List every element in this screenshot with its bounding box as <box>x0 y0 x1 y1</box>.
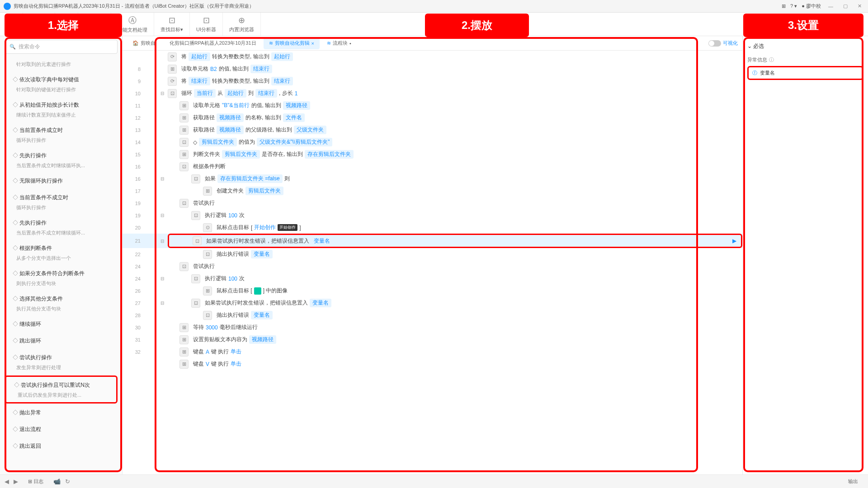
apps-icon[interactable]: ⊞ <box>782 3 786 9</box>
sidebar-command-item[interactable]: 跳出循环 <box>5 333 118 349</box>
ui-analyzer-button[interactable]: ⊡UI分析器 <box>190 13 223 36</box>
video-icon[interactable]: 📹 <box>53 478 61 485</box>
output-tab[interactable]: 输出 <box>843 476 863 487</box>
minimize-button[interactable]: — <box>826 4 836 9</box>
search-input[interactable]: 搜索命令 <box>5 40 118 54</box>
info-icon[interactable]: ⓘ <box>769 56 774 63</box>
code-line[interactable]: 32⊞键盘A键 执行单击 <box>123 346 742 358</box>
code-line[interactable]: 19⊟⊡执行逻辑100次 <box>123 209 742 221</box>
block-type-icon: ⊡ <box>193 236 202 245</box>
block-type-icon: ⊞ <box>203 286 212 296</box>
visual-toggle[interactable]: 可视化 <box>708 40 738 47</box>
toolbar: ◯停止 🕐时间线 ▾ ⊡录制 ⊞数据抓取 Ⓐ智能文档处理 ⊡查找目标▾ ⊡UI分… <box>0 13 868 36</box>
sidebar-command-item[interactable]: 跳出返回 <box>5 438 118 455</box>
code-line[interactable]: 24⊟⊡执行逻辑100次 <box>123 272 742 285</box>
sidebar-command-item[interactable]: 无限循环执行操作 <box>5 173 118 189</box>
code-line[interactable]: 16⊟⊡如果存在剪辑后文件夹 =false则 <box>123 173 742 185</box>
user-label[interactable]: ● 廖中校 <box>802 3 821 9</box>
code-line[interactable]: 9⟳将结束行转换为整数类型, 输出到结束行 <box>123 75 742 87</box>
sidebar-command-item[interactable]: 退出流程 <box>5 421 118 438</box>
log-tab[interactable]: ⊞ 日志 <box>23 476 49 487</box>
code-line[interactable]: ⊞键盘V键 执行单击 <box>123 358 742 370</box>
close-button[interactable]: ✕ <box>855 3 864 9</box>
code-line[interactable]: 14⊡◇剪辑后文件夹的值为父级文件夹&"\\剪辑后文件夹" <box>123 136 742 148</box>
code-line[interactable]: 24⊡尝试执行 <box>123 260 742 272</box>
props-field-variable[interactable]: ⓕ 变量名 <box>747 66 863 80</box>
sidebar-command-item[interactable]: 先执行操作当后置条件成立时继续循环执... <box>5 147 118 173</box>
code-line[interactable]: ⟳将起始行转换为整数类型, 输出到起始行 <box>123 51 742 63</box>
block-type-icon: ⊡ <box>179 138 189 147</box>
code-line[interactable]: 13⊞获取路径视频路径的父级路径, 输出到父级文件夹 <box>123 124 742 136</box>
code-line[interactable]: 8⊞读取单元格B2的值, 输出到结束行 <box>123 63 742 75</box>
code-line[interactable]: 31⊞设置剪贴板文本内容为视频路径 <box>123 333 742 346</box>
tab-block[interactable]: ≋流程块 • <box>321 37 357 49</box>
browser-button[interactable]: ⊕内置浏览器 <box>223 13 261 36</box>
block-type-icon: ⊞ <box>203 187 212 196</box>
sidebar-command-item[interactable]: 依次读取字典中每对键值针对取到的键值对进行操作 <box>5 71 118 97</box>
refresh-icon[interactable]: ↻ <box>65 478 70 485</box>
titlebar-text: 剪映自动化剪辑口播RPA机器人2023年10月31日 - 流程创造者（UiBot… <box>14 3 782 9</box>
sidebar-command-item[interactable]: 选择其他分支条件执行其他分支语句块 <box>5 291 118 316</box>
record-button[interactable]: ⊡录制 <box>55 13 78 36</box>
code-line[interactable]: 10⊟⊡循环当前行从起始行到结束行, 步长1 <box>123 87 742 99</box>
tab-project[interactable]: 化剪辑口播RPA机器人2023年10月31日 <box>164 37 262 49</box>
sidebar-command-item[interactable]: 如果分支条件符合判断条件则执行分支语句块 <box>5 265 118 291</box>
help-icon[interactable]: ? ▾ <box>790 3 797 9</box>
sidebar-command-item[interactable]: 当前置条件不成立时循环执行操作 <box>5 189 118 215</box>
code-line[interactable]: 19⊡尝试执行 <box>123 197 742 209</box>
nav-back-icon[interactable]: ◀ <box>5 478 9 485</box>
sidebar-command-item[interactable]: 根据判断条件从多个分支中选择出一个 <box>5 240 118 265</box>
tab-active-flow[interactable]: ≋剪映自动化剪辑 × <box>264 37 320 49</box>
code-line[interactable]: 27⊟⊡如果尝试执行时发生错误，把错误信息置入变量名 <box>123 297 742 309</box>
block-type-icon: ⊞ <box>179 347 189 357</box>
code-line[interactable]: 16⊡根据条件判断 <box>123 160 742 173</box>
code-line[interactable]: 26⊞鼠标点击目标 [] 中的图像 <box>123 285 742 297</box>
breadcrumb-root[interactable]: 🏠 剪映自| <box>127 37 162 49</box>
sidebar-command-item[interactable]: 继续循环 <box>5 316 118 333</box>
find-target-button[interactable]: ⊡查找目标▾ <box>154 13 190 36</box>
ai-icon: Ⓐ <box>128 15 137 26</box>
data-extract-button[interactable]: ⊞数据抓取 <box>78 13 111 36</box>
sidebar-command-item[interactable]: 抛出异常 <box>5 404 118 421</box>
code-line[interactable]: 11⊞读取单元格"B"&当前行的值, 输出到视频路径 <box>123 99 742 112</box>
block-type-icon: ⊞ <box>179 101 189 110</box>
toggle-switch[interactable] <box>708 40 721 47</box>
sidebar-command-item[interactable]: 尝试执行操作发生异常则进行处理 <box>5 349 118 375</box>
code-line[interactable]: 20⊙鼠标点击目标[开始创作开始创作] <box>123 221 742 234</box>
run-line-icon[interactable]: ▶ <box>732 238 736 244</box>
fx-icon: ⓕ <box>752 70 757 76</box>
props-section-header[interactable]: ⌄ 必选 <box>747 41 863 52</box>
sidebar-command-item[interactable]: 针对取到的元素进行操作 <box>5 57 118 71</box>
sidebar-command-item[interactable]: 尝试执行操作且可以重试N次重试后仍发生异常则进行处... <box>5 375 118 404</box>
stop-button[interactable]: ◯停止 <box>0 13 23 36</box>
code-editor[interactable]: ⟳将起始行转换为整数类型, 输出到起始行8⊞读取单元格B2的值, 输出到结束行9… <box>123 51 742 488</box>
block-type-icon: ⊡ <box>179 199 189 208</box>
play-icon[interactable]: ▶ <box>14 478 18 485</box>
code-line[interactable]: 12⊞获取路径视频路径的名称, 输出到文件名 <box>123 112 742 124</box>
code-line[interactable]: 22⊡抛出执行错误变量名 <box>123 248 742 260</box>
stop-icon: ◯ <box>7 15 16 25</box>
code-line[interactable]: 21⊟▶⊡如果尝试执行时发生错误，把错误信息置入变量名 <box>123 234 742 248</box>
code-line[interactable]: 30⊞等待3000毫秒后继续运行 <box>123 321 742 333</box>
flow-icon: ≋ <box>269 40 273 46</box>
block-icon: ≋ <box>327 40 331 46</box>
sidebar-command-item[interactable]: 先执行操作当后置条件不成立时继续循环... <box>5 215 118 240</box>
properties-panel: ⌄ 必选 异常信息 ⓘ ⓕ 变量名 <box>742 36 868 488</box>
app-icon <box>4 3 11 10</box>
block-type-icon: ⊞ <box>168 65 177 74</box>
command-list[interactable]: 针对取到的元素进行操作依次读取字典中每对键值针对取到的键值对进行操作从初始值开始… <box>0 57 122 488</box>
editor-tabs: 🏠 剪映自| 化剪辑口播RPA机器人2023年10月31日 ≋剪映自动化剪辑 ×… <box>123 36 742 51</box>
timeline-button[interactable]: 🕐时间线 ▾ <box>23 13 55 36</box>
block-type-icon: ⊞ <box>179 113 189 122</box>
code-line[interactable]: 15⊞判断文件夹剪辑后文件夹是否存在, 输出到存在剪辑后文件夹 <box>123 148 742 160</box>
code-line[interactable]: 17⊞创建文件夹剪辑后文件夹 <box>123 185 742 197</box>
smart-doc-button[interactable]: Ⓐ智能文档处理 <box>111 13 154 36</box>
block-type-icon: ⊡ <box>191 174 200 183</box>
sidebar-command-item[interactable]: 当前置条件成立时循环执行操作 <box>5 122 118 147</box>
sidebar-command-item[interactable]: 从初始值开始按步长计数继续计数直至到结束值停止 <box>5 97 118 122</box>
code-line[interactable]: 28⊡抛出执行错误变量名 <box>123 309 742 321</box>
maximize-button[interactable]: ▢ <box>840 3 850 9</box>
block-type-icon: ⊞ <box>179 126 189 135</box>
editor-area: 🏠 剪映自| 化剪辑口播RPA机器人2023年10月31日 ≋剪映自动化剪辑 ×… <box>123 36 742 488</box>
bottom-bar: ◀ ▶ ⊞ 日志 📹 ↻ 输出 <box>0 474 868 488</box>
